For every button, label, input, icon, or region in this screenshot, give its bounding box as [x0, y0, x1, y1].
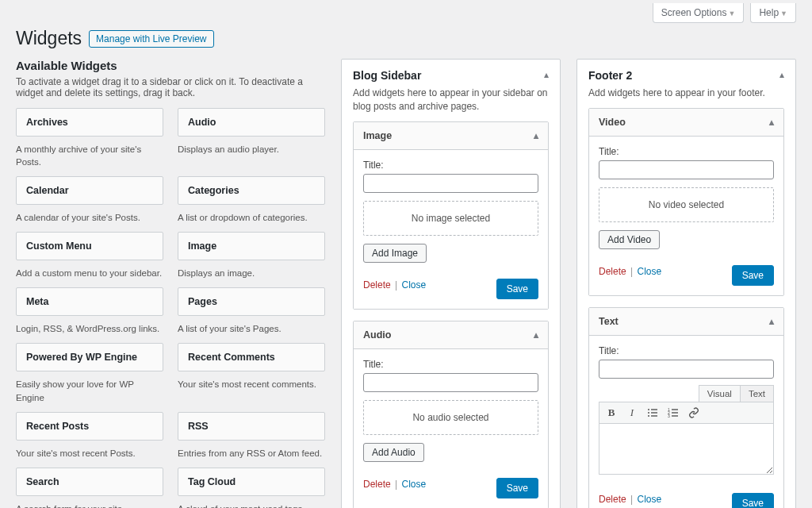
widget-panel-header[interactable]: Text ▴ [589, 308, 783, 336]
title-label: Title: [363, 359, 538, 370]
save-button[interactable]: Save [732, 493, 774, 508]
delete-link[interactable]: Delete [363, 479, 391, 490]
available-widget: MetaLogin, RSS, & WordPress.org links. [16, 287, 163, 335]
delete-link[interactable]: Delete [599, 494, 626, 505]
add-video-button[interactable]: Add Video [599, 230, 660, 249]
right-column: Footer 2 ▴ Add widgets here to appear in… [576, 59, 796, 508]
media-placeholder: No image selected [363, 201, 538, 236]
available-widget: CalendarA calendar of your site's Posts. [16, 176, 163, 224]
widget-description: Displays an image. [178, 267, 325, 279]
widget-description: A calendar of your site's Posts. [16, 211, 163, 224]
save-button[interactable]: Save [496, 279, 538, 299]
help-tab[interactable]: Help▼ [750, 3, 796, 23]
delete-link[interactable]: Delete [363, 279, 391, 291]
area-title: Footer 2 [588, 69, 632, 82]
widget-handle[interactable]: Recent Comments [178, 343, 325, 371]
tab-visual[interactable]: Visual [699, 385, 741, 402]
screen-options-tab[interactable]: Screen Options▼ [653, 3, 745, 23]
widget-handle[interactable]: Pages [178, 287, 325, 316]
area-description: Add widgets here to appear in your sideb… [353, 87, 549, 114]
widget-description: Displays an audio player. [178, 143, 325, 156]
media-placeholder: No video selected [599, 187, 774, 222]
caret-up-icon: ▴ [779, 69, 784, 80]
tab-text[interactable]: Text [740, 385, 774, 402]
chevron-down-icon: ▼ [780, 10, 787, 17]
area-header-blog-sidebar[interactable]: Blog Sidebar ▴ [342, 60, 560, 83]
caret-up-icon: ▴ [534, 130, 538, 141]
live-preview-button[interactable]: Manage with Live Preview [89, 30, 213, 48]
widget-panel-header[interactable]: Video ▴ [589, 109, 783, 137]
widget-panel-header[interactable]: Audio ▴ [354, 321, 548, 349]
widget-description: Login, RSS, & WordPress.org links. [16, 322, 163, 335]
widget-description: A search form for your site. [16, 502, 163, 508]
available-widget: PagesA list of your site's Pages. [178, 287, 325, 335]
widget-handle[interactable]: Tag Cloud [178, 468, 325, 496]
area-blog-sidebar: Blog Sidebar ▴ Add widgets here to appea… [341, 59, 561, 508]
available-widget: RSSEntries from any RSS or Atom feed. [178, 412, 325, 460]
widget-description: Your site's most recent Posts. [16, 447, 163, 460]
title-input[interactable] [599, 160, 774, 179]
widget-description: A list or dropdown of categories. [178, 211, 325, 224]
widget-panel-video: Video ▴ Title: No video selected Add Vid… [588, 108, 784, 296]
add-image-button[interactable]: Add Image [363, 244, 427, 263]
available-widget: Powered By WP EngineEasily show your lov… [16, 343, 163, 403]
caret-up-icon: ▴ [534, 329, 538, 341]
widget-handle[interactable]: RSS [178, 412, 325, 441]
italic-icon[interactable]: I [626, 407, 638, 418]
widget-handle[interactable]: Search [16, 468, 163, 496]
widget-handle[interactable]: Powered By WP Engine [16, 343, 163, 371]
widget-handle[interactable]: Archives [16, 108, 163, 137]
page-title: Widgets [16, 28, 82, 49]
save-button[interactable]: Save [732, 265, 774, 286]
close-link[interactable]: Close [402, 479, 427, 490]
title-input[interactable] [363, 174, 538, 193]
caret-up-icon: ▴ [769, 117, 774, 128]
close-link[interactable]: Close [638, 266, 662, 277]
page-header: Widgets Manage with Live Preview [16, 28, 796, 49]
media-placeholder: No audio selected [363, 400, 538, 435]
bulleted-list-icon[interactable] [647, 407, 658, 418]
title-label: Title: [599, 146, 774, 157]
caret-up-icon: ▴ [769, 316, 774, 327]
widget-panel-title: Image [363, 130, 392, 141]
title-input[interactable] [363, 373, 538, 392]
bold-icon[interactable]: B [606, 407, 617, 418]
widget-handle[interactable]: Meta [16, 287, 163, 316]
widget-handle[interactable]: Custom Menu [16, 232, 163, 260]
widget-handle[interactable]: Audio [178, 108, 325, 137]
link-icon[interactable] [688, 407, 699, 418]
available-widget: Custom MenuAdd a custom menu to your sid… [16, 232, 163, 279]
editor-textarea[interactable] [599, 424, 774, 475]
svg-rect-11 [672, 415, 678, 416]
area-header-footer-2[interactable]: Footer 2 ▴ [577, 60, 795, 83]
available-widgets-heading: Available Widgets [16, 59, 325, 72]
widget-handle[interactable]: Categories [178, 176, 325, 205]
add-audio-button[interactable]: Add Audio [363, 443, 424, 462]
widget-description: Entries from any RSS or Atom feed. [178, 447, 325, 460]
save-button[interactable]: Save [496, 478, 538, 498]
available-widget: CategoriesA list or dropdown of categori… [178, 176, 325, 224]
widget-description: A list of your site's Pages. [178, 322, 325, 335]
widget-panel-title: Audio [363, 329, 391, 341]
widget-handle[interactable]: Image [178, 232, 325, 260]
delete-link[interactable]: Delete [599, 266, 626, 277]
numbered-list-icon[interactable]: 123 [668, 407, 679, 418]
widget-description: Your site's most recent comments. [178, 378, 325, 391]
middle-column: Blog Sidebar ▴ Add widgets here to appea… [341, 59, 561, 508]
widget-handle[interactable]: Calendar [16, 176, 163, 205]
title-label: Title: [363, 160, 538, 171]
close-link[interactable]: Close [638, 494, 662, 505]
area-footer-2: Footer 2 ▴ Add widgets here to appear in… [576, 59, 796, 508]
svg-rect-5 [651, 415, 657, 416]
widget-panel-text: Text ▴ Title: Visual Text B I [588, 307, 784, 508]
available-widget: Recent CommentsYour site's most recent c… [178, 343, 325, 403]
available-widget: ArchivesA monthly archive of your site's… [16, 108, 163, 168]
close-link[interactable]: Close [402, 279, 427, 291]
widget-handle[interactable]: Recent Posts [16, 412, 163, 441]
title-input[interactable] [599, 360, 774, 379]
svg-point-4 [648, 415, 649, 417]
svg-rect-3 [651, 412, 657, 413]
available-widgets-column: Available Widgets To activate a widget d… [16, 59, 325, 508]
widget-panel-header[interactable]: Image ▴ [354, 122, 548, 150]
area-title: Blog Sidebar [353, 69, 421, 82]
